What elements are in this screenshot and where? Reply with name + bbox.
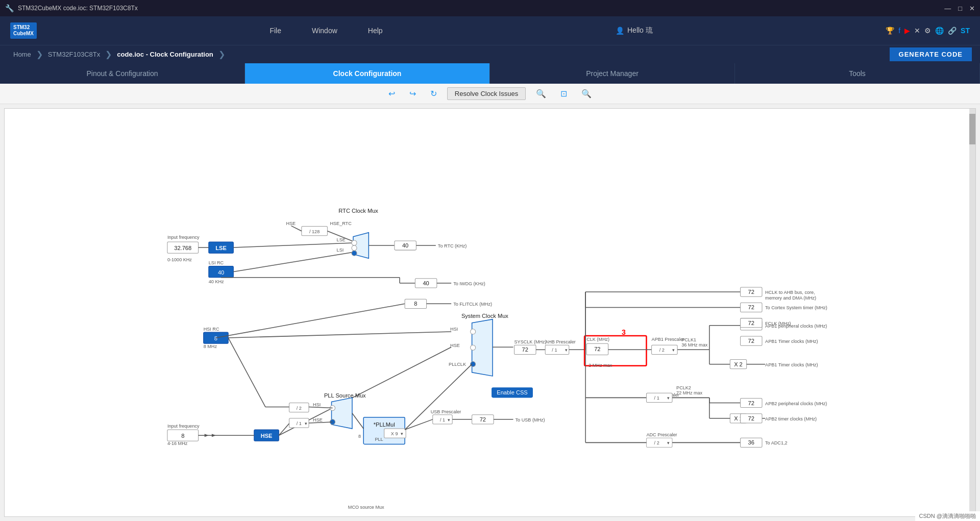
svg-text:HSE_RTC: HSE_RTC <box>330 221 352 226</box>
svg-text:To Cortex System timer (MHz): To Cortex System timer (MHz) <box>765 305 827 310</box>
svg-marker-149 <box>332 398 352 429</box>
fit-button[interactable]: ⊡ <box>556 87 571 101</box>
tab-tools[interactable]: Tools <box>735 63 980 84</box>
svg-text:72: 72 <box>480 416 486 423</box>
scrollbar-thumb[interactable] <box>969 114 975 144</box>
svg-text:4-16 MHz: 4-16 MHz <box>167 441 188 446</box>
svg-point-20 <box>352 240 357 245</box>
menu-window[interactable]: Window <box>312 27 337 35</box>
svg-text:LSI RC: LSI RC <box>209 260 224 265</box>
svg-marker-47 <box>212 434 216 437</box>
titlebar: 🔧 STM32CubeMX code.ioc: STM32F103C8Tx — … <box>0 0 980 16</box>
svg-line-16 <box>233 243 353 247</box>
svg-text:/ 2: / 2 <box>659 348 665 353</box>
svg-text:36: 36 <box>748 439 754 445</box>
menu-help[interactable]: Help <box>368 27 383 35</box>
diagram-area[interactable]: Input frequency 32.768 0-1000 KHz LSE LS… <box>4 108 976 517</box>
svg-line-162 <box>279 424 289 435</box>
menubar: STM32CubeMX File Window Help 👤 Hello 琉 🏆… <box>0 16 980 45</box>
content-area: Input frequency 32.768 0-1000 KHz LSE LS… <box>0 104 980 521</box>
svg-text:3: 3 <box>622 328 626 336</box>
svg-line-158 <box>309 407 333 408</box>
zoom-in-button[interactable]: 🔍 <box>532 87 550 101</box>
crumb-sep-3: ❯ <box>218 49 225 59</box>
zoom-out-button[interactable]: 🔍 <box>577 87 596 101</box>
tab-project[interactable]: Project Manager <box>490 63 735 84</box>
scrollbar[interactable] <box>969 109 975 516</box>
menu-file[interactable]: File <box>270 27 281 35</box>
svg-text:PLL: PLL <box>375 437 383 442</box>
svg-text:/ 2: / 2 <box>297 406 302 411</box>
icon-facebook: f <box>898 27 900 35</box>
svg-text:HCLK to AHB bus, core,: HCLK to AHB bus, core, <box>765 290 815 295</box>
minimize-button[interactable]: — <box>944 5 951 12</box>
svg-point-22 <box>352 251 357 256</box>
svg-text:▾: ▾ <box>667 395 670 401</box>
svg-text:/ 1: / 1 <box>654 395 659 401</box>
svg-line-48 <box>216 304 405 338</box>
close-button[interactable]: ✕ <box>969 5 975 12</box>
user-info: 👤 Hello 琉 <box>616 26 653 35</box>
icon-x: ✕ <box>914 27 920 35</box>
svg-text:X 9: X 9 <box>391 431 398 436</box>
svg-text:System Clock Mux: System Clock Mux <box>461 313 508 319</box>
svg-text:CLK (MHz): CLK (MHz) <box>586 337 609 342</box>
svg-text:40: 40 <box>218 269 224 276</box>
svg-text:MCO source Mux: MCO source Mux <box>348 505 384 510</box>
svg-text:72: 72 <box>748 289 754 295</box>
svg-text:FCLK (MHz): FCLK (MHz) <box>765 321 791 326</box>
svg-text:/ 128: / 128 <box>309 229 320 234</box>
refresh-button[interactable]: ↻ <box>426 87 441 101</box>
undo-button[interactable]: ↩ <box>384 87 399 101</box>
icon-globe: 🌐 <box>935 27 944 35</box>
icon-github: ⚙ <box>924 27 931 35</box>
logo-box: STM32CubeMX <box>10 22 37 39</box>
svg-text:Input frequency: Input frequency <box>167 424 200 429</box>
svg-line-171 <box>352 413 363 429</box>
resolve-clock-button[interactable]: Resolve Clock Issues <box>447 87 526 100</box>
svg-text:72: 72 <box>748 415 754 421</box>
titlebar-title: STM32CubeMX code.ioc: STM32F103C8Tx <box>18 5 138 12</box>
svg-text:LSI: LSI <box>337 247 344 253</box>
svg-text:*PLLMul: *PLLMul <box>374 421 395 428</box>
crumb-home[interactable]: Home <box>8 48 36 60</box>
svg-text:To ADC1,2: To ADC1,2 <box>765 440 787 445</box>
svg-text:▾: ▾ <box>401 431 403 436</box>
svg-text:Enable CSS: Enable CSS <box>497 389 528 395</box>
svg-text:To RTC (KHz): To RTC (KHz) <box>438 243 467 249</box>
svg-text:/ 1: / 1 <box>440 417 445 423</box>
svg-line-63 <box>228 332 451 338</box>
svg-text:LSE: LSE <box>215 245 227 251</box>
crumb-mcu[interactable]: STM32F103C8Tx <box>43 48 106 60</box>
svg-text:40 KHz: 40 KHz <box>209 279 224 284</box>
tab-clock[interactable]: Clock Configuration <box>245 63 490 84</box>
lse-input-freq-label: Input frequency <box>167 235 200 240</box>
svg-text:AHB Prescaler: AHB Prescaler <box>545 339 576 344</box>
icon-link: 🔗 <box>948 27 957 35</box>
svg-text:8: 8 <box>181 433 184 439</box>
svg-text:To USB (MHz): To USB (MHz) <box>516 417 545 423</box>
svg-text:8: 8 <box>358 434 361 439</box>
crumb-page[interactable]: code.ioc - Clock Configuration <box>112 48 218 60</box>
redo-button[interactable]: ↪ <box>405 87 420 101</box>
footer-text: CSDN @滴滴滴啪啪啪 <box>919 513 976 519</box>
svg-text:/ 2: / 2 <box>654 440 659 445</box>
svg-text:memory and DMA (MHz): memory and DMA (MHz) <box>765 295 816 301</box>
svg-line-12 <box>291 226 302 231</box>
svg-point-56 <box>471 329 476 334</box>
svg-text:HSI: HSI <box>313 402 321 407</box>
titlebar-controls[interactable]: — □ ✕ <box>944 5 975 12</box>
svg-text:HSE: HSE <box>261 433 273 439</box>
generate-code-button[interactable]: GENERATE CODE <box>890 47 972 61</box>
svg-text:▾: ▾ <box>672 348 675 353</box>
svg-text:72: 72 <box>748 338 754 344</box>
svg-text:APB1 Timer clocks (MHz): APB1 Timer clocks (MHz) <box>765 339 818 344</box>
svg-text:PCLK1: PCLK1 <box>681 337 696 342</box>
svg-text:72: 72 <box>748 400 754 406</box>
svg-text:8 MHz: 8 MHz <box>204 344 217 349</box>
tab-pinout[interactable]: Pinout & Configuration <box>0 63 245 84</box>
maximize-button[interactable]: □ <box>958 5 962 12</box>
breadcrumb-crumbs: Home ❯ STM32F103C8Tx ❯ code.ioc - Clock … <box>8 48 225 60</box>
svg-point-60 <box>471 362 476 367</box>
svg-text:72: 72 <box>522 346 528 353</box>
